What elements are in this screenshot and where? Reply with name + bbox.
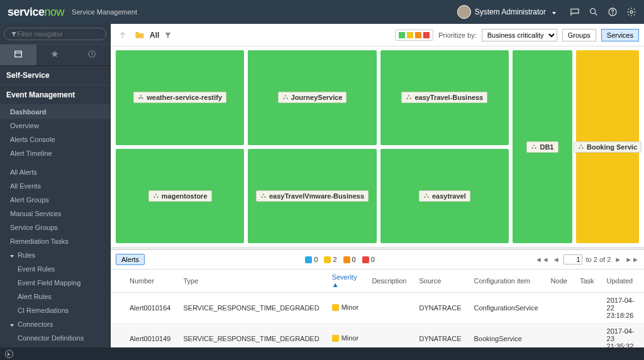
nav-alerts-console[interactable]: Alerts Console xyxy=(0,133,110,146)
nav-tree: Self-Service Event Management Dashboard … xyxy=(0,66,110,347)
filter-icon xyxy=(11,31,17,38)
app-label: Service Management xyxy=(72,8,137,16)
tile-easytravel-business[interactable]: easyTravel-Business xyxy=(380,50,509,145)
nav-remediation-tasks[interactable]: Remediation Tasks xyxy=(0,234,110,248)
legend-orange xyxy=(415,32,421,38)
tile-magentostore[interactable]: magentostore xyxy=(116,149,244,244)
nav-event-field-mapping[interactable]: Event Field Mapping xyxy=(0,276,110,290)
cell-description xyxy=(365,324,413,348)
nav-ci-remediations[interactable]: CI Remediations xyxy=(0,303,110,317)
services-button[interactable]: Services xyxy=(601,29,639,41)
col-type[interactable]: Type xyxy=(177,270,325,293)
chat-icon[interactable] xyxy=(570,7,580,17)
cell-number: Alert0010149 xyxy=(123,324,177,348)
cell-task xyxy=(574,293,601,324)
tile-weather-service[interactable]: weather-service-restify xyxy=(116,50,244,145)
col-updated[interactable]: Updated xyxy=(601,270,644,293)
pager-prev[interactable]: ◄ xyxy=(553,256,560,263)
col-source[interactable]: Source xyxy=(413,270,467,293)
col-severity[interactable]: Severity ▲ xyxy=(326,270,366,293)
nav-all-events[interactable]: All Events xyxy=(0,179,110,193)
tiles-area: weather-service-restify JourneyService e… xyxy=(111,46,644,247)
nav-service-groups[interactable]: Service Groups xyxy=(0,221,110,234)
nav-all-alerts[interactable]: All Alerts xyxy=(0,165,110,179)
logo: servicenow xyxy=(8,6,64,19)
legend-colors xyxy=(395,30,433,41)
nav-tab-history[interactable] xyxy=(74,45,110,65)
help-icon[interactable] xyxy=(608,7,618,17)
pager-first[interactable]: ◄◄ xyxy=(535,256,549,263)
chevron-down-icon xyxy=(550,8,556,16)
user-menu[interactable]: System Administrator xyxy=(452,3,561,21)
tile-easytravel-vmware[interactable]: easyTravelVmware-Business xyxy=(248,149,376,244)
col-number[interactable]: Number xyxy=(123,270,177,293)
cell-ci: ConfigurationService xyxy=(467,293,544,324)
clock-icon xyxy=(87,50,96,58)
prioritize-select[interactable]: Business criticality xyxy=(482,29,557,41)
hierarchy-icon xyxy=(406,94,412,101)
hierarchy-icon xyxy=(423,193,430,199)
nav-tab-favorites[interactable] xyxy=(36,45,73,65)
filter-navigator[interactable] xyxy=(4,28,106,40)
nav-overview[interactable]: Overview xyxy=(0,119,110,133)
tile-booking-service[interactable]: Booking Servic xyxy=(576,50,639,243)
section-self-service[interactable]: Self-Service xyxy=(0,66,110,85)
groups-button[interactable]: Groups xyxy=(562,29,596,41)
pager-next[interactable]: ► xyxy=(614,256,621,263)
main-panel: All Prioritize by: Business criticality … xyxy=(111,24,644,347)
nav-alert-rules[interactable]: Alert Rules xyxy=(0,290,110,303)
table-row[interactable]: Alert0010149 SERVICE_RESPONSE_TIME_DEGRA… xyxy=(111,324,644,348)
hierarchy-icon xyxy=(260,193,267,199)
col-description[interactable]: Description xyxy=(365,270,413,293)
tile-easytravel[interactable]: easytravel xyxy=(380,149,509,244)
legend-major: 0 xyxy=(343,256,356,263)
pager-info: to 2 of 2 xyxy=(586,256,611,263)
prioritize-label: Prioritize by: xyxy=(438,31,477,39)
hierarchy-icon xyxy=(282,94,289,101)
filter-icon[interactable] xyxy=(164,31,172,39)
section-event-mgmt[interactable]: Event Management xyxy=(0,85,110,105)
col-task[interactable]: Task xyxy=(574,270,601,293)
collapse-icon[interactable] xyxy=(5,350,13,358)
tile-journey-service[interactable]: JourneyService xyxy=(248,50,376,145)
legend-minor: 2 xyxy=(324,256,336,263)
nav-connector-definitions[interactable]: Connector Definitions xyxy=(0,331,110,345)
up-button[interactable] xyxy=(116,28,130,42)
star-icon xyxy=(50,50,59,58)
search-icon[interactable] xyxy=(589,7,599,17)
col-node[interactable]: Node xyxy=(545,270,574,293)
breadcrumb-all[interactable]: All xyxy=(150,31,159,40)
nav-connector-instances[interactable]: Connector Instances xyxy=(0,345,110,347)
col-ci[interactable]: Configuration item xyxy=(467,270,544,293)
nav-event-rules[interactable]: Event Rules xyxy=(0,262,110,276)
cell-type: SERVICE_RESPONSE_TIME_DEGRADED xyxy=(177,324,325,348)
svg-rect-4 xyxy=(15,51,22,57)
tile-db1[interactable]: DB1 xyxy=(513,50,572,243)
svg-point-2 xyxy=(613,14,613,14)
pager-last[interactable]: ►► xyxy=(625,256,639,263)
bottom-bar xyxy=(0,347,644,360)
cell-node xyxy=(545,324,574,348)
svg-point-0 xyxy=(591,9,596,14)
nav-tab-all[interactable] xyxy=(0,45,36,65)
alerts-panel: Alerts 0 2 0 0 ◄◄ ◄ to 2 of 2 ► ►► xyxy=(111,249,644,347)
user-name: System Administrator xyxy=(475,8,546,16)
cell-description xyxy=(365,293,413,324)
gear-icon[interactable] xyxy=(626,7,636,17)
pager-input[interactable] xyxy=(564,254,582,265)
nav-alert-timeline[interactable]: Alert Timeline xyxy=(0,146,110,160)
table-row[interactable]: Alert0010164 SERVICE_RESPONSE_TIME_DEGRA… xyxy=(111,293,644,324)
alerts-tab[interactable]: Alerts xyxy=(116,254,145,265)
legend-critical: 0 xyxy=(362,256,375,263)
filter-input[interactable] xyxy=(17,30,99,38)
nav-manual-services[interactable]: Manual Services xyxy=(0,207,110,221)
col-expand[interactable] xyxy=(111,270,123,293)
nav-alert-groups[interactable]: Alert Groups xyxy=(0,193,110,207)
nav-connectors[interactable]: Connectors xyxy=(0,317,110,331)
nav-dashboard[interactable]: Dashboard xyxy=(0,105,110,119)
cell-source: DYNATRACE xyxy=(413,293,467,324)
nav-rules[interactable]: Rules xyxy=(0,248,110,262)
cell-source: DYNATRACE xyxy=(413,324,467,348)
chevron-down-icon xyxy=(10,251,15,259)
cell-type: SERVICE_RESPONSE_TIME_DEGRADED xyxy=(177,293,325,324)
